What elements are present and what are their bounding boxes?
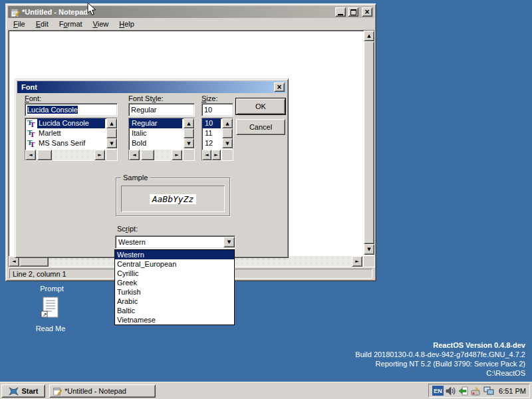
script-option[interactable]: Baltic: [115, 306, 234, 315]
scroll-right-button[interactable]: ►: [211, 150, 221, 160]
menu-text: elp: [124, 20, 134, 28]
font-style-label: Font Style:: [128, 94, 164, 102]
task-button-notepad[interactable]: *Untitled - Notepad: [49, 384, 156, 398]
maximize-button[interactable]: [348, 7, 358, 17]
scroll-up-button[interactable]: ▲: [222, 118, 233, 128]
scroll-left-button[interactable]: ◄: [202, 150, 211, 160]
scroll-up-button[interactable]: ▲: [364, 31, 374, 41]
font-dialog-titlebar[interactable]: Font ×: [17, 81, 286, 93]
list-horizontal-scrollbar[interactable]: ◄ ►: [202, 150, 221, 160]
ok-button[interactable]: OK: [236, 98, 285, 114]
menu-file[interactable]: File: [8, 19, 31, 30]
start-label: Start: [21, 387, 38, 395]
script-option[interactable]: Cyrillic: [115, 269, 234, 278]
network-tray-icon[interactable]: [483, 386, 494, 396]
font-name-list[interactable]: TT Lucida Console TT Marlett TT MS Sans …: [25, 118, 118, 161]
script-dropdown-list[interactable]: Western Central_European Cyrillic Greek …: [114, 249, 235, 325]
scrollbar-corner: [184, 150, 194, 160]
menu-text: F: [13, 20, 18, 28]
language-indicator[interactable]: EN: [432, 386, 444, 396]
script-option[interactable]: Greek: [115, 278, 234, 287]
scrollbar-corner: [106, 150, 117, 160]
minimize-button[interactable]: [335, 7, 346, 17]
scroll-down-button[interactable]: ▼: [106, 138, 117, 148]
menu-text: H: [119, 20, 124, 28]
style-list-item[interactable]: Bold: [129, 138, 182, 148]
eject-tray-icon[interactable]: [458, 386, 468, 396]
menu-text: iew: [98, 20, 109, 28]
truetype-icon: TT: [27, 129, 37, 138]
device-tray-icon[interactable]: [470, 386, 481, 396]
notepad-menubar: File Edit Format View Help: [8, 18, 374, 30]
desktop-icon-readme[interactable]: ↗ Read Me: [24, 297, 77, 332]
start-button[interactable]: Start: [1, 384, 45, 398]
script-option[interactable]: Western: [115, 250, 234, 259]
list-horizontal-scrollbar[interactable]: ◄ ►: [25, 150, 105, 160]
scrollbar-thumb[interactable]: [141, 150, 154, 160]
font-list-item-label: Lucida Console: [37, 118, 105, 128]
scroll-down-button[interactable]: ▼: [222, 138, 233, 148]
notepad-titlebar[interactable]: *Untitled - Notepad ×: [8, 6, 374, 18]
script-option[interactable]: Vietnamese: [115, 315, 234, 325]
readme-label: Read Me: [24, 325, 77, 332]
size-list-item[interactable]: 12: [202, 138, 221, 148]
font-name-input[interactable]: Lucida Console: [25, 103, 118, 116]
list-vertical-scrollbar[interactable]: ▲ ▼: [106, 118, 117, 148]
scroll-left-button[interactable]: ◄: [129, 150, 140, 160]
scroll-down-button[interactable]: ▼: [184, 138, 194, 148]
vertical-scrollbar-thumb[interactable]: [364, 41, 374, 244]
scrollbar-thumb[interactable]: [106, 128, 117, 138]
cancel-button[interactable]: Cancel: [236, 119, 285, 135]
script-option[interactable]: Arabic: [115, 297, 234, 306]
menu-edit[interactable]: Edit: [31, 19, 54, 30]
font-list-item-label: MS Sans Serif: [37, 138, 105, 148]
volume-icon[interactable]: [446, 386, 456, 396]
combo-dropdown-button[interactable]: ▼: [223, 237, 235, 247]
size-list-item[interactable]: 10: [202, 118, 221, 128]
scroll-down-button[interactable]: ▼: [364, 244, 374, 255]
list-vertical-scrollbar[interactable]: ▲ ▼: [222, 118, 233, 148]
style-list-item[interactable]: Italic: [129, 128, 182, 138]
vertical-scrollbar[interactable]: ▲ ▼: [364, 31, 374, 255]
sample-group-label: Sample: [121, 174, 150, 182]
menu-format[interactable]: Format: [54, 19, 88, 30]
label-text: ont:: [29, 94, 41, 102]
scroll-up-button[interactable]: ▲: [106, 118, 117, 128]
font-size-input[interactable]: 10: [201, 103, 233, 116]
system-tray: EN: [428, 384, 530, 398]
scroll-right-button[interactable]: ►: [352, 256, 362, 267]
font-size-list[interactable]: 10 11 12 ▲ ▼ ◄ ►: [201, 118, 233, 161]
scrollbar-thumb[interactable]: [222, 128, 233, 138]
font-list-item[interactable]: TT Marlett: [25, 128, 105, 138]
version-line: ReactOS Version 0.4.8-dev: [355, 340, 525, 350]
size-list-item-label: 10: [203, 118, 221, 128]
scroll-right-button[interactable]: ►: [172, 150, 182, 160]
list-horizontal-scrollbar[interactable]: ◄ ►: [129, 150, 182, 160]
font-style-list[interactable]: Regular Italic Bold ▲ ▼ ◄ ►: [128, 118, 195, 161]
font-list-item[interactable]: TT MS Sans Serif: [25, 138, 105, 148]
style-list-item[interactable]: Regular: [129, 118, 182, 128]
close-button[interactable]: ×: [362, 7, 372, 17]
menu-text: E: [36, 20, 41, 28]
style-list-item-label: Bold: [130, 138, 182, 148]
script-option[interactable]: Central_European: [115, 259, 234, 269]
size-list-item[interactable]: 11: [202, 128, 221, 138]
scroll-up-button[interactable]: ▲: [184, 118, 194, 128]
script-combobox[interactable]: Western ▼: [115, 235, 235, 249]
scrollbar-thumb[interactable]: [37, 150, 52, 160]
script-option[interactable]: Turkish: [115, 287, 234, 297]
readme-document-icon: [41, 297, 61, 323]
desktop-icon-prompt[interactable]: Prompt: [25, 285, 78, 293]
list-vertical-scrollbar[interactable]: ▲ ▼: [184, 118, 194, 148]
menu-help[interactable]: Help: [114, 19, 140, 30]
font-list-item[interactable]: TT Lucida Console: [25, 118, 105, 128]
menu-view[interactable]: View: [88, 19, 114, 30]
scroll-left-button[interactable]: ◄: [25, 150, 36, 160]
truetype-icon: TT: [27, 139, 37, 148]
scroll-right-button[interactable]: ►: [94, 150, 105, 160]
scrollbar-thumb[interactable]: [184, 128, 194, 138]
taskbar-clock[interactable]: 6:51 PM: [499, 387, 526, 395]
dialog-close-button[interactable]: ×: [274, 82, 285, 92]
menu-text: rmat: [68, 20, 82, 28]
font-style-input[interactable]: Regular: [128, 103, 195, 116]
